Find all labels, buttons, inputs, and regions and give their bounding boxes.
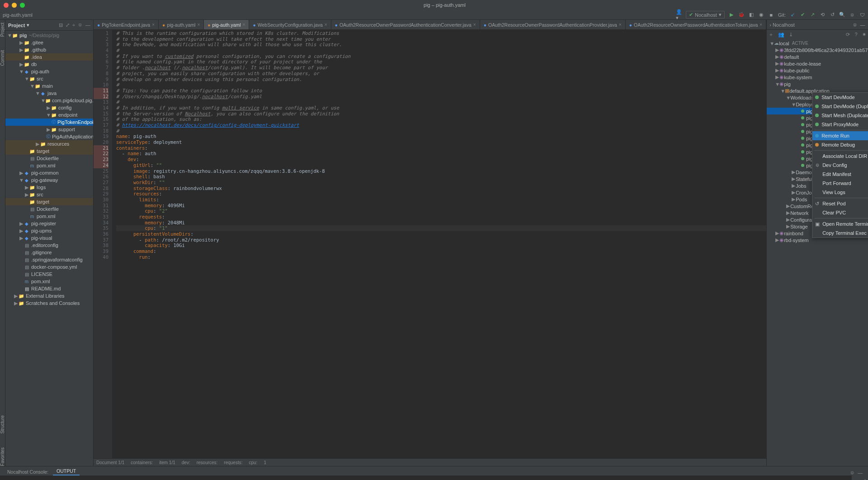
tool-tab-structure[interactable]: Structure	[0, 415, 5, 434]
console-output-area[interactable]	[0, 475, 860, 480]
project-tree-item[interactable]: ▤Dockerfile	[5, 155, 93, 162]
breadcrumb-segment[interactable]: dev:	[182, 460, 190, 465]
project-tree-item[interactable]: ▶◆pig-visual	[5, 234, 93, 242]
hide-icon[interactable]: —	[85, 22, 90, 28]
context-menu-item[interactable]: Clear PVC	[812, 208, 868, 217]
context-menu-item[interactable]: Remote Run	[812, 131, 868, 140]
project-tree-item[interactable]: ▤.gitignore	[5, 249, 93, 256]
context-menu-item[interactable]: Start ProxyMode	[812, 120, 868, 129]
project-tree-item[interactable]: ▤docker-compose.yml	[5, 263, 93, 271]
console-gear-icon[interactable]: ⛭	[850, 470, 855, 475]
editor-tab[interactable]: ●OAuth2ResourceOwnerPasswordAuthenticati…	[480, 20, 626, 29]
project-tree-item[interactable]: ▤README.md	[5, 285, 93, 292]
breadcrumb-segment[interactable]: 1	[264, 460, 266, 465]
project-tree-item[interactable]: ▶📁Scratches and Consoles	[5, 299, 93, 307]
project-tree-item[interactable]: ⒸPigAuthApplication	[5, 133, 93, 140]
project-tree-item[interactable]: ▶📁resources	[5, 140, 93, 147]
context-menu-item[interactable]: ↺Reset Pod	[812, 199, 868, 208]
project-tree-item[interactable]: ▶◆pig-upms	[5, 227, 93, 234]
project-tree-item[interactable]: ▶📁src	[5, 191, 93, 198]
breadcrumb-segment[interactable]: item 1/1	[159, 460, 175, 465]
breadcrumb-segment[interactable]: cpu:	[249, 460, 258, 465]
rp-hide-icon[interactable]: —	[860, 22, 865, 28]
git-commit-icon[interactable]: ✔	[799, 12, 806, 18]
breadcrumb-file[interactable]: pig-auth.yaml	[3, 12, 33, 18]
editor-tab[interactable]: ●PigTokenEndpoint.java×	[94, 20, 159, 29]
coverage-icon[interactable]: ◧	[748, 12, 755, 18]
nocalhost-tree-item[interactable]: ▼◉ pig	[767, 81, 868, 87]
project-tree-item[interactable]: ▤LICENSE	[5, 271, 93, 278]
breadcrumb-segment[interactable]: Document 1/1	[96, 460, 124, 465]
project-tree-item[interactable]: ▼📁main	[5, 82, 93, 90]
profile-icon[interactable]: ◉	[758, 12, 764, 18]
editor-tab[interactable]: ●pig-auth.yaml×	[204, 20, 249, 29]
project-tree-item[interactable]: ▶📁.gitee	[5, 39, 93, 46]
ide-icon[interactable]: 🛡	[859, 12, 865, 18]
nocalhost-tree-item[interactable]: ▶◉ kube-system	[767, 74, 868, 81]
git-update-icon[interactable]: ↙	[789, 12, 796, 18]
nocalhost-tree-item[interactable]: ▶◉ default	[767, 53, 868, 60]
stop-icon[interactable]: ■	[768, 12, 774, 18]
project-tree-item[interactable]: ▼📁src	[5, 75, 93, 82]
minimize-button[interactable]	[12, 3, 17, 8]
nocalhost-tree-item[interactable]: ▶◉ kube-public	[767, 67, 868, 74]
rollback-icon[interactable]: ↺	[829, 12, 835, 18]
project-tree-item[interactable]: mpom.xml	[5, 278, 93, 285]
run-icon[interactable]: ▶	[728, 12, 735, 18]
project-tree-item[interactable]: ▶📁db	[5, 61, 93, 68]
tool-tab-commit[interactable]: Commit	[0, 50, 5, 66]
editor-tab[interactable]: ●OAuth2ResourceOwnerPasswordAuthenticati…	[331, 20, 480, 29]
git-push-icon[interactable]: ↗	[809, 12, 816, 18]
history-icon[interactable]: ⟲	[819, 12, 826, 18]
project-tree-item[interactable]: ▶◆pig-register	[5, 220, 93, 227]
breadcrumb-segment[interactable]: containers:	[131, 460, 153, 465]
project-tree-item[interactable]: ▶◆pig-common	[5, 169, 93, 176]
project-tree-item[interactable]: ▤.editorconfig	[5, 242, 93, 249]
nh-add-icon[interactable]: ＋	[769, 31, 774, 38]
nh-download-icon[interactable]: ⤓	[789, 32, 793, 38]
search-icon[interactable]: 🔍	[839, 12, 845, 18]
project-tree-item[interactable]: ▼◆pig-gateway	[5, 176, 93, 184]
editor-tab[interactable]: ●OAuth2ResourceOwnerPasswordAuthenticati…	[626, 20, 767, 29]
expand-icon[interactable]: ⤢	[66, 22, 70, 28]
context-menu-item[interactable]: ⛭Dev Config	[812, 161, 868, 170]
run-config-selector[interactable]: ✔Nocalhost ▾	[686, 11, 725, 19]
autoscroll-icon[interactable]: ⊟	[59, 22, 63, 28]
tool-tab-project[interactable]: Project	[0, 23, 5, 37]
context-menu-item[interactable]: Start DevMode	[812, 93, 868, 102]
zoom-button[interactable]	[20, 3, 25, 8]
nocalhost-tree-item[interactable]: ▼☁ localACTIVE	[767, 40, 868, 47]
project-tree-item[interactable]: ▶📁config	[5, 104, 93, 111]
project-tree-item[interactable]: 📁target	[5, 147, 93, 155]
nocalhost-tree-item[interactable]: ▶◉ 3fdd22b806fb4f6ca23c49493201ab57	[767, 47, 868, 53]
user-icon[interactable]: 👤▾	[676, 12, 682, 18]
code-editor[interactable]: # This is the runtime configuration whic…	[113, 30, 766, 458]
project-tree-item[interactable]: mpom.xml	[5, 213, 93, 220]
context-menu-item[interactable]: Start Mesh (Duplicate)	[812, 111, 868, 120]
settings-icon[interactable]: ⛭	[849, 12, 855, 18]
console-hide-icon[interactable]: —	[858, 470, 863, 475]
context-menu-item[interactable]: View Logs	[812, 188, 868, 197]
project-tree-item[interactable]: ▤Dockerfile	[5, 205, 93, 213]
project-tree-item[interactable]: ▶📁logs	[5, 184, 93, 191]
project-tree-item[interactable]: ▼◆pig-auth	[5, 68, 93, 75]
console-tab-title[interactable]: Nocalhost Console:	[4, 468, 52, 475]
project-tree-item[interactable]: ▤.springjavaformatconfig	[5, 256, 93, 263]
context-menu-item[interactable]: Associate Local DIR	[812, 152, 868, 161]
context-menu-item[interactable]: Port Forward	[812, 179, 868, 188]
collapse-icon[interactable]: ÷	[72, 22, 75, 28]
project-tree-item[interactable]: ▼📁endpoint	[5, 111, 93, 119]
console-softwrap-icon[interactable]: ↲	[862, 478, 866, 480]
project-tree-item[interactable]: ▶📁support	[5, 126, 93, 133]
context-menu-item[interactable]: Edit Manifest	[812, 170, 868, 179]
context-menu-item[interactable]: ▣Open Remote Terminal	[812, 219, 868, 228]
context-menu-item[interactable]: Copy Terminal Exec Command	[812, 228, 868, 238]
editor-tab[interactable]: ●WebSecurityConfiguration.java×	[249, 20, 331, 29]
project-tree-item[interactable]: mpom.xml	[5, 162, 93, 169]
rp-gear-icon[interactable]: ⛭	[853, 22, 858, 28]
context-menu-item[interactable]: Remote Debug	[812, 140, 868, 149]
project-tree-item[interactable]: ▶📁.github	[5, 46, 93, 53]
tree-root[interactable]: ▼📁pig ~/Desktop/pig	[5, 32, 93, 39]
tool-tab-favorites[interactable]: Favorites	[0, 447, 5, 466]
breadcrumb-segment[interactable]: resources:	[197, 460, 218, 465]
